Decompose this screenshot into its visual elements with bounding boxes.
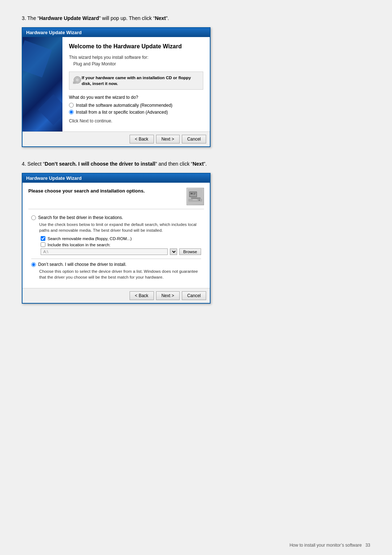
wizard2-body: Please choose your search and installati… — [23, 183, 210, 288]
option-auto-install[interactable]: Install the software automatically (Reco… — [69, 103, 203, 108]
wizard1-back-button[interactable]: < Back — [130, 135, 154, 143]
footer-text: How to install your monitor’s software — [290, 543, 362, 548]
wizard2-titlebar: Hardware Update Wizard — [23, 174, 210, 183]
svg-rect-8 — [191, 193, 193, 194]
search-option-1-label[interactable]: Search for the best driver in these loca… — [31, 215, 201, 220]
location-row: ▼ Browse — [41, 248, 201, 255]
cd-icon — [73, 75, 82, 85]
wizard1-question: What do you want the wizard to do? — [69, 95, 203, 100]
wizard2-cancel-button[interactable]: Cancel — [182, 291, 206, 300]
search-option-2-label[interactable]: Don’t search. I will choose the driver t… — [31, 262, 201, 267]
wizard2-footer: < Back Next > Cancel — [23, 288, 210, 303]
checkbox-location-row[interactable]: Include this location in the search: — [41, 242, 201, 247]
wizard1-titlebar: Hardware Update Wizard — [23, 28, 210, 37]
browse-button[interactable]: Browse — [179, 248, 201, 255]
wizard1-next-button[interactable]: Next > — [156, 135, 180, 143]
svg-point-13 — [199, 199, 200, 201]
search-options: Search for the best driver in these loca… — [28, 215, 204, 280]
wizard2-header: Please choose your search and installati… — [28, 188, 204, 209]
search-option-2-desc: Choose this option to select the device … — [39, 268, 201, 280]
search-option-1: Search for the best driver in these loca… — [31, 215, 201, 255]
wizard1-sidebar-image — [23, 37, 62, 131]
step3-instruction: 3. The “Hardware Update Wizard” will pop… — [22, 15, 370, 22]
search-radio[interactable] — [31, 215, 36, 220]
wizard1-footer: < Back Next > Cancel — [23, 131, 210, 146]
svg-rect-4 — [73, 82, 75, 83]
checkbox-removable-media-row[interactable]: Search removable media (floppy, CD-ROM..… — [41, 236, 201, 241]
wizard1-title-text: Hardware Update Wizard — [26, 30, 82, 35]
wizard2-back-button[interactable]: < Back — [130, 291, 154, 300]
wizard2-icon-box — [187, 188, 204, 205]
option-list-install[interactable]: Install from a list or specific location… — [69, 110, 203, 115]
svg-rect-11 — [191, 198, 200, 199]
svg-rect-9 — [193, 193, 196, 194]
svg-point-2 — [77, 80, 78, 80]
options-divider — [31, 259, 201, 259]
checkbox-removable-media[interactable] — [41, 236, 45, 241]
search-option-1-desc: Use the check boxes below to limit or ex… — [39, 222, 201, 233]
wizard1-subtitle: This wizard helps you install software f… — [69, 55, 203, 60]
option-list-radio[interactable] — [69, 110, 74, 114]
dont-search-option-text: Don’t search. I will choose the driver t… — [38, 262, 126, 267]
dont-search-radio[interactable] — [31, 262, 36, 267]
location-dropdown[interactable]: ▼ — [170, 248, 177, 255]
wizard2-header-title: Please choose your search and installati… — [28, 188, 187, 194]
hardware-update-wizard-1: Hardware Update Wizard Welcome to the Ha… — [22, 27, 211, 147]
checkbox-include-location[interactable] — [41, 242, 45, 247]
wizard1-note: Click Next to continue. — [69, 118, 203, 123]
hardware-icon — [188, 189, 203, 204]
svg-rect-14 — [193, 199, 197, 200]
wizard1-sidebar — [23, 37, 62, 131]
location-input[interactable] — [41, 248, 168, 255]
wizard1-heading: Welcome to the Hardware Update Wizard — [69, 43, 203, 50]
option-list-label: Install from a list or specific location… — [76, 110, 168, 115]
wizard1-device: Plug and Play Monitor — [73, 61, 203, 66]
footer-page: 33 — [366, 543, 370, 548]
wizard2-next-button[interactable]: Next > — [156, 291, 180, 300]
checkbox-removable-media-label: Search removable media (floppy, CD-ROM..… — [48, 236, 132, 241]
cd-notice-box: If your hardware came with an installati… — [69, 72, 203, 90]
wizard1-cancel-button[interactable]: Cancel — [182, 135, 206, 143]
option-auto-label: Install the software automatically (Reco… — [76, 103, 172, 108]
step4-instruction: 4. Select “Don’t search. I will choose t… — [22, 160, 370, 168]
cd-notice-text: If your hardware came with an installati… — [82, 75, 199, 86]
wizard2-title-text: Hardware Update Wizard — [26, 175, 82, 181]
page-footer: How to install your monitor’s software 3… — [290, 543, 370, 548]
checkbox-location-label: Include this location in the search: — [48, 243, 110, 247]
search-option-2: Don’t search. I will choose the driver t… — [31, 262, 201, 280]
svg-rect-10 — [193, 194, 195, 195]
search-option-1-text: Search for the best driver in these loca… — [38, 215, 123, 220]
wizard1-body: Welcome to the Hardware Update Wizard Th… — [23, 37, 210, 131]
option-auto-radio[interactable] — [69, 103, 74, 108]
wizard1-main: Welcome to the Hardware Update Wizard Th… — [62, 37, 210, 131]
hardware-update-wizard-2: Hardware Update Wizard Please choose you… — [22, 173, 211, 304]
